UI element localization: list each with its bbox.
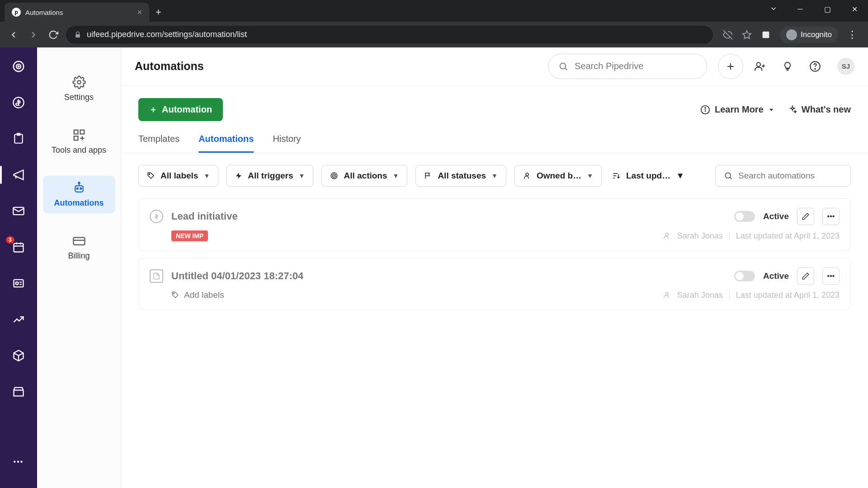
chevron-down-icon: ▼ — [491, 172, 498, 179]
filter-owned[interactable]: Owned b… ▼ — [514, 165, 602, 187]
tab-history[interactable]: History — [273, 134, 301, 153]
sidebar-item-settings[interactable]: Settings — [43, 70, 115, 108]
file-icon — [150, 269, 163, 283]
active-toggle[interactable] — [734, 211, 755, 222]
star-icon[interactable] — [742, 30, 752, 40]
filters-row: All labels ▼ All triggers ▼ All actions … — [121, 153, 868, 198]
card-icon — [72, 234, 86, 248]
search-input[interactable]: Search Pipedrive — [548, 54, 707, 79]
label-badge: NEW IMP — [171, 230, 208, 241]
whats-new-button[interactable]: What's new — [788, 104, 851, 115]
avatar-initials: SJ — [842, 62, 850, 70]
toolbar-row: Automation Learn More What's new — [121, 85, 868, 121]
new-tab-button[interactable]: + — [156, 6, 161, 22]
more-icon: ••• — [827, 212, 835, 221]
minimize-button[interactable]: ─ — [787, 0, 814, 18]
sidebar-item-automations[interactable]: Automations — [43, 176, 115, 213]
filter-triggers[interactable]: All triggers ▼ — [226, 165, 313, 187]
rail-products-icon[interactable] — [10, 347, 27, 364]
invite-icon[interactable] — [754, 61, 766, 72]
browser-menu-button[interactable]: ⋮ — [847, 29, 857, 41]
user-icon — [663, 291, 671, 299]
add-labels-button[interactable]: Add labels — [171, 290, 224, 300]
extensions-icon[interactable] — [761, 30, 771, 40]
edit-button[interactable] — [797, 267, 814, 285]
more-button[interactable]: ••• — [822, 208, 840, 225]
search-icon — [724, 171, 733, 180]
rail-projects-icon[interactable] — [10, 131, 27, 147]
browser-tab[interactable]: p Automations × — [5, 3, 149, 22]
chevron-down-icon — [768, 107, 774, 113]
add-button[interactable]: + — [718, 54, 743, 79]
url-field[interactable]: uifeed.pipedrive.com/settings/automation… — [66, 26, 713, 44]
rail-more-button[interactable]: ••• — [10, 454, 27, 470]
filter-statuses[interactable]: All statuses ▼ — [415, 165, 506, 187]
status-label: Active — [763, 211, 789, 221]
rail-leads-icon[interactable] — [10, 58, 27, 75]
rail-mail-icon[interactable] — [10, 203, 27, 219]
eye-off-icon[interactable] — [723, 30, 733, 40]
gear-icon — [72, 75, 86, 89]
more-button[interactable]: ••• — [822, 267, 840, 285]
window-controls: ─ ▢ ✕ — [787, 0, 868, 18]
edit-button[interactable] — [797, 208, 814, 225]
incognito-label: Incognito — [801, 30, 832, 39]
help-icon[interactable] — [809, 61, 821, 72]
automation-button[interactable]: Automation — [138, 98, 223, 121]
tab-templates[interactable]: Templates — [138, 134, 179, 153]
svg-point-44 — [334, 175, 335, 176]
svg-point-40 — [149, 174, 150, 174]
tab-automations[interactable]: Automations — [198, 134, 254, 153]
pencil-icon — [802, 212, 810, 221]
svg-rect-25 — [73, 238, 85, 245]
sort-control[interactable]: Last upd… ▼ — [612, 171, 684, 181]
rail-badge: 3 — [6, 236, 14, 244]
search-automations-input[interactable]: Search automations — [715, 165, 851, 187]
forward-button[interactable] — [26, 28, 41, 42]
svg-point-52 — [173, 293, 174, 294]
maximize-button[interactable]: ▢ — [814, 0, 841, 18]
sparkle-icon — [788, 105, 797, 114]
info-icon — [700, 105, 710, 115]
rail-campaigns-icon[interactable] — [10, 167, 27, 183]
svg-point-45 — [526, 173, 528, 176]
lightbulb-icon[interactable] — [782, 61, 793, 72]
avatar[interactable]: SJ — [837, 58, 854, 75]
app: 3 ••• Settings Tools and apps Automation… — [0, 47, 868, 488]
back-button[interactable] — [6, 28, 21, 42]
rail-deals-icon[interactable] — [10, 94, 27, 111]
robot-icon — [72, 181, 86, 195]
status-label: Active — [763, 271, 789, 281]
search-placeholder: Search Pipedrive — [575, 61, 643, 71]
tabs-row: Templates Automations History — [121, 121, 868, 153]
automation-card[interactable]: Lead initiative Active ••• NEW IMP — [138, 198, 851, 251]
card-meta: Sarah Jonas Last updated at April 1, 202… — [663, 291, 840, 300]
tabs-dropdown-icon[interactable] — [769, 5, 778, 13]
svg-point-29 — [756, 62, 760, 66]
filter-labels[interactable]: All labels ▼ — [138, 165, 218, 187]
incognito-badge[interactable]: Incognito — [780, 27, 838, 43]
owner-name: Sarah Jonas — [677, 231, 723, 241]
sidebar-item-tools[interactable]: Tools and apps — [43, 123, 115, 160]
learn-more-button[interactable]: Learn More — [700, 104, 774, 115]
automation-card[interactable]: Untitled 04/01/2023 18:27:04 Active ••• — [138, 258, 851, 310]
filter-actions[interactable]: All actions ▼ — [321, 165, 407, 187]
more-icon: ••• — [827, 272, 835, 280]
address-bar-right: Incognito ⋮ — [718, 27, 862, 43]
header-right: SJ — [754, 58, 854, 75]
svg-line-50 — [730, 178, 732, 179]
active-toggle[interactable] — [734, 271, 755, 282]
svg-point-38 — [705, 107, 706, 108]
rail-marketplace-icon[interactable] — [10, 384, 27, 400]
rail-contacts-icon[interactable] — [10, 275, 27, 291]
close-window-button[interactable]: ✕ — [841, 0, 868, 18]
rail-activities-icon[interactable]: 3 — [10, 239, 27, 255]
rail-insights-icon[interactable] — [10, 311, 27, 328]
sidebar-label: Tools and apps — [52, 145, 106, 155]
card-title: Lead initiative — [171, 211, 238, 222]
chevron-down-icon: ▼ — [587, 172, 593, 179]
sidebar-item-billing[interactable]: Billing — [43, 229, 115, 266]
reload-button[interactable] — [46, 28, 61, 42]
main-content: Automations Search Pipedrive + SJ — [121, 47, 868, 488]
close-icon[interactable]: × — [137, 8, 142, 17]
